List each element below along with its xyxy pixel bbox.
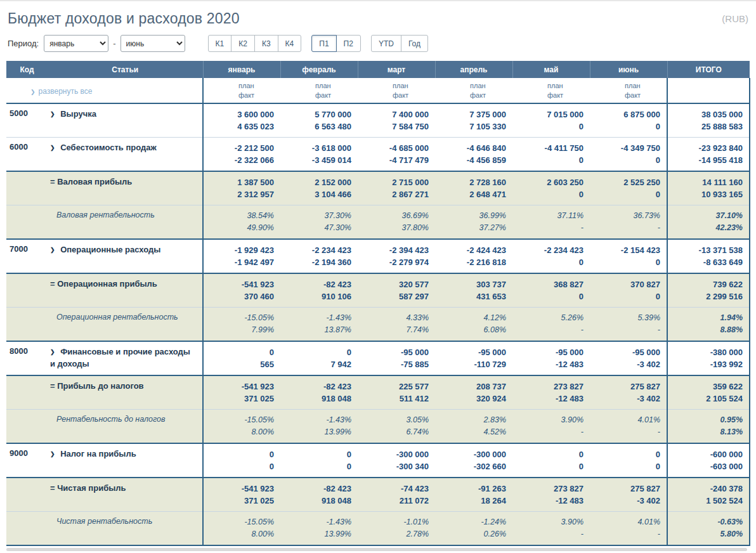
- fact-value: -12 483: [513, 495, 583, 507]
- period-button-year[interactable]: Год: [401, 35, 428, 52]
- plan-value: -541 923: [204, 278, 274, 290]
- value-cell: 5.39%-: [590, 308, 667, 342]
- fact-label: факт: [512, 91, 590, 100]
- plan-value: -15.05%: [204, 414, 274, 426]
- period-button-k2[interactable]: К2: [231, 35, 255, 52]
- value-cell: -15.05%8.00%: [203, 512, 280, 546]
- plan-value: -541 923: [204, 381, 274, 393]
- value-cell: 7 375 0007 105 330: [435, 103, 512, 138]
- horizontal-scrollbar[interactable]: [6, 548, 747, 551]
- value-cell: -0.63%5.80%: [667, 512, 750, 546]
- fact-value: -75 885: [358, 358, 429, 370]
- fact-value: -4 456 859: [436, 154, 506, 166]
- fact-value: 587 297: [358, 290, 429, 303]
- column-header-month-6: июнь: [590, 61, 667, 78]
- fact-value: 565: [204, 358, 274, 370]
- margin-row: Операционная рентабельность-15.05%7.99%-…: [6, 308, 750, 342]
- value-cell: 3.90%-: [512, 410, 590, 444]
- value-cell: 5.26%-: [512, 308, 590, 342]
- value-cell: -600 000-603 000: [667, 443, 750, 478]
- code-cell: [6, 410, 48, 444]
- value-cell: 37.30%47.30%: [280, 205, 358, 240]
- value-cell: 7 015 0000: [512, 103, 590, 138]
- fact-value: 2 648 471: [436, 188, 506, 200]
- period-separator: -: [113, 39, 115, 48]
- planfact-header-cell: планфакт: [358, 78, 435, 103]
- plan-value: -74 423: [358, 483, 429, 495]
- period-to-select[interactable]: июнь: [121, 35, 185, 52]
- fact-value: 0: [590, 188, 660, 200]
- fact-value: 10 933 165: [668, 188, 743, 200]
- account-name[interactable]: ❯ Выручка: [48, 103, 203, 138]
- plan-value: 6 875 000: [590, 108, 660, 120]
- fact-value: 511 412: [358, 393, 429, 405]
- period-button-k1[interactable]: К1: [208, 35, 232, 52]
- value-cell: 4.12%6.08%: [435, 308, 512, 342]
- value-cell: 208 737320 924: [435, 375, 512, 410]
- fact-value: -: [513, 426, 583, 438]
- plan-value: -2 154 423: [590, 244, 660, 256]
- account-name[interactable]: ❯ Себестоимость продаж: [48, 138, 203, 172]
- planfact-header-cell: планфакт: [435, 78, 512, 103]
- plan-value: 4.01%: [590, 414, 660, 426]
- budget-app: Бюджет доходов и расходов 2020 (RUB) Пер…: [0, 1, 756, 546]
- expand-all-link[interactable]: ❯развернуть все: [30, 87, 92, 96]
- fact-value: 6 563 480: [281, 120, 351, 133]
- fact-value: 25 888 583: [668, 120, 743, 133]
- plan-value: -2 234 423: [281, 244, 351, 256]
- plan-value: 7 015 000: [513, 108, 583, 120]
- plan-value: -4 411 750: [513, 142, 583, 154]
- value-cell: 739 6222 299 516: [667, 273, 750, 308]
- plan-value: -95 000: [436, 346, 506, 358]
- value-cell: 359 6222 105 524: [667, 375, 750, 410]
- code-cell: [6, 205, 48, 240]
- fact-value: -2 322 066: [204, 154, 274, 166]
- plan-value: -300 000: [436, 448, 506, 460]
- value-cell: 38 035 00025 888 583: [667, 103, 750, 138]
- value-cell: 275 827-3 402: [590, 478, 667, 512]
- value-cell: 2 525 2500: [590, 171, 667, 205]
- fact-value: 3 104 466: [281, 188, 351, 200]
- plan-value: 370 827: [590, 278, 660, 290]
- fact-label: факт: [204, 91, 280, 100]
- plan-value: 4.12%: [436, 312, 506, 324]
- value-cell: 3.90%-: [512, 512, 590, 546]
- account-name[interactable]: ❯ Налог на прибыль: [48, 443, 203, 478]
- period-button-ytd[interactable]: YTD: [371, 35, 401, 52]
- value-cell: -91 26318 264: [435, 478, 512, 512]
- period-from-select[interactable]: январь: [44, 35, 108, 52]
- value-cell: 275 827-3 402: [590, 375, 667, 410]
- account-name[interactable]: ❯ Финансовые и прочие расходы и доходы: [48, 341, 203, 375]
- plan-value: 273 827: [513, 381, 583, 393]
- plan-value: 38 035 000: [668, 108, 743, 120]
- value-cell: 7 400 0007 584 750: [358, 103, 435, 138]
- period-button-k4[interactable]: К4: [278, 35, 302, 52]
- plan-value: 37.10%: [668, 210, 743, 222]
- half-button-group: П1П2: [311, 35, 361, 52]
- value-cell: 36.69%37.80%: [358, 205, 435, 240]
- value-cell: -74 423211 072: [358, 478, 435, 512]
- fact-value: -: [590, 324, 660, 336]
- fact-value: -193 992: [668, 358, 743, 370]
- subtotal-name: = Операционная прибыль: [48, 273, 203, 308]
- value-cell: -2 234 4230: [512, 239, 590, 273]
- plan-label: план: [435, 81, 512, 91]
- plan-value: 3 600 000: [204, 108, 274, 120]
- value-cell: 3 600 0004 635 023: [203, 103, 280, 138]
- expand-cell: ❯развернуть все: [6, 78, 203, 103]
- chevron-right-icon: ❯: [50, 111, 55, 117]
- plan-value: 2 715 000: [358, 176, 429, 188]
- period-button-p2[interactable]: П2: [336, 35, 361, 52]
- account-name[interactable]: ❯ Операционные расходы: [48, 239, 203, 273]
- page-title: Бюджет доходов и расходов 2020: [8, 10, 240, 27]
- period-button-p1[interactable]: П1: [311, 35, 336, 52]
- period-button-k3[interactable]: К3: [254, 35, 278, 52]
- plan-label: план: [358, 81, 435, 91]
- plan-value: 275 827: [590, 381, 660, 393]
- fact-value: 0: [204, 460, 274, 472]
- value-cell: -1 929 423-1 942 497: [203, 239, 280, 273]
- fact-value: -3 402: [590, 393, 660, 405]
- plan-value: -82 423: [281, 483, 351, 495]
- fact-value: 0.26%: [436, 528, 506, 540]
- value-cell: 14 111 16010 933 165: [667, 171, 750, 205]
